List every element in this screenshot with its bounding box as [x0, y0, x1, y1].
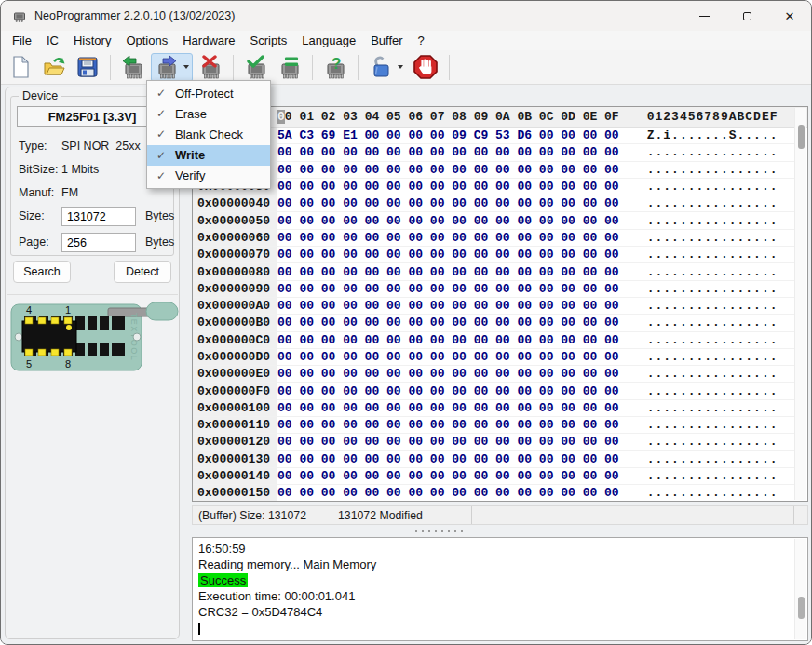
- menu-item-blank-check[interactable]: ✓Blank Check: [147, 124, 270, 144]
- hex-row: 0x000000B000 00 00 00 00 00 00 00 00 00 …: [193, 315, 794, 331]
- hex-address: 0x00000070: [193, 247, 277, 262]
- query-chip-button[interactable]: ?: [319, 53, 351, 82]
- menu-item-write[interactable]: ✓Write: [147, 145, 270, 166]
- menu-ic[interactable]: IC: [39, 32, 66, 49]
- hex-bytes[interactable]: 00 00 00 00 00 00 00 00 00 00 00 00 00 0…: [277, 384, 619, 398]
- write-chip-button[interactable]: [151, 53, 193, 82]
- erase-chip-button[interactable]: [195, 53, 226, 82]
- hex-ascii[interactable]: ................: [647, 196, 778, 210]
- hex-ascii[interactable]: ................: [647, 248, 778, 262]
- menu-help[interactable]: ?: [411, 32, 432, 49]
- page-row: Page: Bytes: [19, 233, 169, 252]
- log-splitter[interactable]: [192, 527, 808, 535]
- save-file-button[interactable]: [72, 53, 103, 82]
- hex-ascii[interactable]: ................: [647, 333, 778, 347]
- hex-scrollbar-thumb[interactable]: [798, 125, 805, 149]
- text-caret: [198, 623, 200, 635]
- hex-ascii[interactable]: ................: [647, 367, 778, 381]
- hex-bytes[interactable]: 00 00 00 00 00 00 00 00 00 00 00 00 00 0…: [277, 333, 619, 347]
- menu-history[interactable]: History: [66, 32, 118, 49]
- hex-ascii[interactable]: ................: [647, 214, 778, 228]
- hex-ascii[interactable]: ................: [647, 384, 778, 398]
- hex-ascii[interactable]: ................: [647, 435, 778, 449]
- hex-ascii[interactable]: ................: [647, 486, 778, 500]
- hex-ascii[interactable]: ................: [647, 299, 778, 313]
- hex-bytes[interactable]: 00 00 00 00 00 00 00 00 00 00 00 00 00 0…: [277, 452, 619, 466]
- menu-item-erase[interactable]: ✓Erase: [147, 103, 270, 124]
- hex-ascii[interactable]: ................: [647, 231, 778, 245]
- hex-bytes[interactable]: 00 00 00 00 00 00 00 00 00 00 00 00 00 0…: [277, 231, 619, 245]
- log-line: CRC32 = 0x5D4784C4: [198, 604, 802, 620]
- svg-text:1: 1: [65, 304, 71, 316]
- menu-file[interactable]: File: [5, 32, 39, 49]
- device-group-label: Device: [19, 89, 61, 102]
- close-button[interactable]: ✕: [768, 1, 811, 31]
- verify-chip-button[interactable]: [240, 53, 272, 82]
- hex-row: 0x0000012000 00 00 00 00 00 00 00 00 00 …: [193, 434, 794, 450]
- log-scrollbar[interactable]: [794, 539, 806, 639]
- size-input[interactable]: [61, 207, 136, 226]
- hex-row: 0x0000002000 00 00 00 00 00 00 00 00 00 …: [193, 162, 794, 179]
- hex-ascii[interactable]: ................: [647, 350, 778, 364]
- search-button[interactable]: Search: [13, 261, 71, 283]
- hex-ascii[interactable]: ................: [647, 282, 778, 296]
- hex-bytes[interactable]: 00 00 00 00 00 00 00 00 00 00 00 00 00 0…: [277, 163, 619, 177]
- hex-ascii[interactable]: ................: [647, 180, 778, 194]
- hex-bytes[interactable]: 00 00 00 00 00 00 00 00 00 00 00 00 00 0…: [277, 282, 619, 296]
- hex-ascii[interactable]: ................: [647, 418, 778, 432]
- open-file-button[interactable]: [38, 53, 70, 82]
- hex-address: 0x00000110: [193, 417, 277, 433]
- hex-bytes[interactable]: 5A C3 69 E1 00 00 00 00 09 C9 53 D6 00 0…: [277, 128, 619, 142]
- page-input[interactable]: [61, 233, 136, 252]
- hex-bytes[interactable]: 00 00 00 00 00 00 00 00 00 00 00 00 00 0…: [277, 401, 619, 415]
- hex-ascii[interactable]: ................: [647, 163, 778, 177]
- menu-scripts[interactable]: Scripts: [243, 32, 295, 49]
- menu-buffer[interactable]: Buffer: [363, 32, 410, 49]
- hex-ascii[interactable]: ................: [647, 316, 778, 329]
- hex-editor[interactable]: 00 01 02 03 04 05 06 07 08 09 0A 0B 0C 0…: [192, 106, 808, 502]
- hex-ascii[interactable]: ................: [647, 265, 778, 279]
- hex-bytes[interactable]: 00 00 00 00 00 00 00 00 00 00 00 00 00 0…: [277, 316, 619, 329]
- hex-bytes[interactable]: 00 00 00 00 00 00 00 00 00 00 00 00 00 0…: [277, 469, 619, 483]
- hex-bytes[interactable]: 00 00 00 00 00 00 00 00 00 00 00 00 00 0…: [277, 248, 619, 262]
- hex-bytes[interactable]: 00 00 00 00 00 00 00 00 00 00 00 00 00 0…: [277, 486, 619, 500]
- hex-bytes[interactable]: 00 00 00 00 00 00 00 00 00 00 00 00 00 0…: [277, 299, 619, 313]
- menu-language[interactable]: Language: [294, 32, 363, 49]
- hex-scrollbar[interactable]: [794, 108, 806, 500]
- hex-bytes[interactable]: 00 00 00 00 00 00 00 00 00 00 00 00 00 0…: [277, 180, 619, 194]
- menu-item-off-protect[interactable]: ✓Off-Protect: [147, 83, 270, 103]
- hex-ascii[interactable]: ................: [647, 452, 778, 466]
- status-grip: [794, 506, 807, 524]
- hex-ascii[interactable]: Z.i.......S.....: [647, 128, 778, 142]
- hex-bytes[interactable]: 00 00 00 00 00 00 00 00 00 00 00 00 00 0…: [277, 418, 619, 432]
- compare-chip-button[interactable]: [274, 53, 305, 82]
- hex-bytes[interactable]: 00 00 00 00 00 00 00 00 00 00 00 00 00 0…: [277, 350, 619, 364]
- detect-button[interactable]: Detect: [114, 261, 171, 283]
- hex-address: 0x00000120: [193, 434, 277, 450]
- minimize-button[interactable]: [683, 1, 725, 31]
- log-output[interactable]: 16:50:59Reading memory... Main MemorySuc…: [192, 537, 808, 641]
- hex-bytes[interactable]: 00 00 00 00 00 00 00 00 00 00 00 00 00 0…: [277, 196, 619, 210]
- hex-bytes[interactable]: 00 00 00 00 00 00 00 00 00 00 00 00 00 0…: [277, 214, 619, 228]
- bitsize-label: BitSize:: [19, 163, 61, 176]
- maximize-button[interactable]: [725, 1, 768, 31]
- hex-bytes[interactable]: 00 00 00 00 00 00 00 00 00 00 00 00 00 0…: [277, 265, 619, 279]
- hex-ascii[interactable]: ................: [647, 145, 778, 159]
- menu-hardware[interactable]: Hardware: [175, 32, 242, 49]
- read-chip-button[interactable]: [117, 53, 149, 82]
- new-file-button[interactable]: [5, 53, 36, 82]
- menu-item-verify[interactable]: ✓Verify: [147, 166, 270, 186]
- chevron-down-icon[interactable]: [398, 65, 403, 69]
- protect-lock-button[interactable]: [365, 53, 407, 82]
- hex-header-ascii: 0123456789ABCDEF: [647, 110, 778, 124]
- hex-bytes[interactable]: 00 00 00 00 00 00 00 00 00 00 00 00 00 0…: [277, 367, 619, 381]
- hex-bytes[interactable]: 00 00 00 00 00 00 00 00 00 00 00 00 00 0…: [277, 145, 619, 159]
- hex-ascii[interactable]: ................: [647, 401, 778, 415]
- stop-button[interactable]: [409, 53, 442, 82]
- hex-ascii[interactable]: ................: [647, 469, 778, 483]
- log-scrollbar-thumb[interactable]: [798, 597, 805, 619]
- menu-options[interactable]: Options: [118, 32, 175, 49]
- chevron-down-icon[interactable]: [183, 65, 189, 69]
- hex-bytes[interactable]: 00 00 00 00 00 00 00 00 00 00 00 00 00 0…: [277, 435, 619, 449]
- hex-rows[interactable]: 0x000000005A C3 69 E1 00 00 00 00 09 C9 …: [193, 128, 794, 501]
